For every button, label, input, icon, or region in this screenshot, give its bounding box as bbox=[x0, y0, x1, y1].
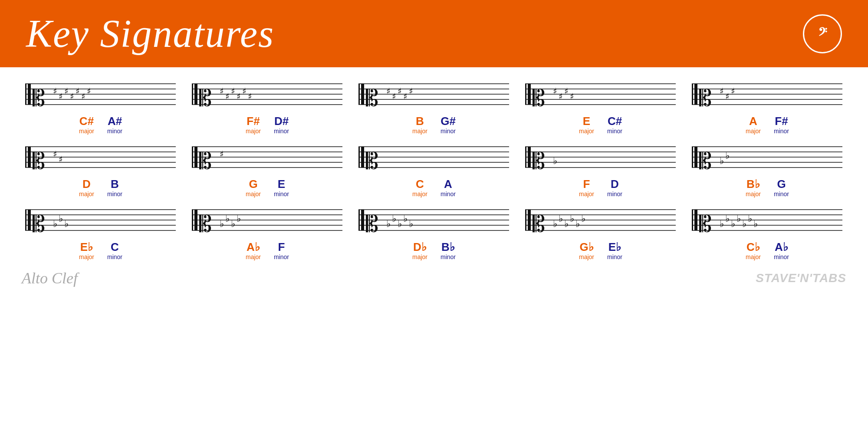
svg-text:♯: ♯ bbox=[559, 92, 563, 101]
key-item: 𝄡♯♯♯♯♯♯♯ C# major A# minor bbox=[22, 76, 180, 135]
major-key-type: major bbox=[246, 191, 261, 197]
staff-notation: 𝄡♯♯♯♯ bbox=[522, 76, 680, 113]
minor-key-label: G# minor bbox=[441, 115, 456, 135]
svg-text:♯: ♯ bbox=[70, 92, 74, 101]
svg-text:♯: ♯ bbox=[59, 92, 63, 101]
major-key-name: D♭ bbox=[412, 241, 427, 253]
major-key-name: B♭ bbox=[746, 178, 761, 190]
major-key-label: F# major bbox=[246, 115, 261, 135]
minor-key-name: C# bbox=[607, 115, 622, 127]
major-key-name: B bbox=[412, 115, 427, 127]
major-key-label: E♭ major bbox=[79, 241, 94, 260]
major-key-type: major bbox=[579, 128, 594, 135]
svg-text:♭: ♭ bbox=[403, 213, 408, 224]
svg-text:♯: ♯ bbox=[731, 86, 735, 96]
svg-text:𝄢: 𝄢 bbox=[818, 26, 827, 41]
svg-text:𝄡: 𝄡 bbox=[533, 212, 545, 237]
minor-key-label: E♭ minor bbox=[607, 241, 622, 260]
minor-key-type: minor bbox=[274, 253, 289, 260]
major-key-type: major bbox=[412, 191, 427, 197]
key-labels: E major C# minor bbox=[579, 115, 622, 135]
svg-text:♭: ♭ bbox=[725, 150, 730, 161]
staff-notation: 𝄡♯♯♯ bbox=[688, 76, 846, 113]
minor-key-type: minor bbox=[774, 191, 789, 197]
major-key-type: major bbox=[746, 128, 761, 135]
svg-text:♭: ♭ bbox=[731, 218, 735, 229]
key-labels: F major D minor bbox=[579, 178, 622, 197]
main-content: 𝄡♯♯♯♯♯♯♯ C# major A# minor 𝄡♯♯♯♯♯♯ F# ma… bbox=[0, 67, 868, 265]
svg-text:𝄡: 𝄡 bbox=[699, 149, 712, 174]
minor-key-label: A# minor bbox=[107, 115, 122, 135]
minor-key-name: G# bbox=[441, 115, 456, 127]
key-item: 𝄡♭♭♭♭♭♭ G♭ major E♭ minor bbox=[522, 202, 680, 260]
svg-text:♭: ♭ bbox=[237, 213, 241, 224]
key-item: 𝄡♯♯♯♯♯ B major G# minor bbox=[355, 76, 513, 135]
major-key-label: B major bbox=[412, 115, 427, 135]
svg-text:♯: ♯ bbox=[248, 92, 252, 101]
key-labels: G♭ major E♭ minor bbox=[579, 241, 622, 260]
major-key-name: D bbox=[79, 178, 94, 190]
logo: 𝄢 bbox=[803, 14, 842, 53]
minor-key-label: C minor bbox=[107, 241, 122, 260]
minor-key-type: minor bbox=[441, 191, 456, 197]
svg-text:♭: ♭ bbox=[225, 213, 230, 224]
staff-notation: 𝄡♯♯ bbox=[22, 139, 180, 176]
major-key-name: A bbox=[746, 115, 761, 127]
svg-text:♯: ♯ bbox=[564, 86, 569, 96]
svg-text:♯: ♯ bbox=[409, 86, 413, 96]
svg-text:𝄡: 𝄡 bbox=[199, 212, 212, 237]
svg-text:𝄡: 𝄡 bbox=[366, 212, 378, 237]
minor-key-name: A# bbox=[107, 115, 122, 127]
minor-key-type: minor bbox=[107, 191, 122, 197]
minor-key-type: minor bbox=[274, 128, 289, 135]
major-key-name: F# bbox=[246, 115, 261, 127]
major-key-label: F major bbox=[579, 178, 594, 197]
svg-text:♯: ♯ bbox=[53, 149, 57, 159]
major-key-name: G♭ bbox=[579, 241, 594, 253]
svg-text:♯: ♯ bbox=[220, 86, 224, 96]
key-item: 𝄡♭♭♭ E♭ major C minor bbox=[22, 202, 180, 260]
key-labels: B♭ major G minor bbox=[746, 178, 789, 197]
staff-notation: 𝄡♯♯♯♯♯♯♯ bbox=[22, 76, 180, 113]
major-key-label: C♭ major bbox=[746, 241, 761, 260]
svg-text:♭: ♭ bbox=[553, 155, 557, 166]
svg-text:♯: ♯ bbox=[225, 92, 230, 101]
minor-key-name: B bbox=[107, 178, 122, 190]
svg-text:♭: ♭ bbox=[386, 218, 391, 229]
staff-notation: 𝄡♯♯♯♯♯♯ bbox=[188, 76, 346, 113]
minor-key-name: D bbox=[607, 178, 622, 190]
svg-text:𝄡: 𝄡 bbox=[199, 86, 212, 111]
minor-key-name: D# bbox=[274, 115, 289, 127]
staff-notation: 𝄡♭♭♭♭ bbox=[188, 202, 346, 239]
minor-key-label: F# minor bbox=[774, 115, 789, 135]
minor-key-type: minor bbox=[774, 128, 789, 135]
key-item: 𝄡♭♭♭♭♭♭♭ C♭ major A♭ minor bbox=[688, 202, 846, 260]
brand-label: STAVE'N'TABS bbox=[756, 271, 846, 285]
svg-text:𝄡: 𝄡 bbox=[33, 212, 45, 237]
minor-key-name: B♭ bbox=[441, 241, 456, 253]
key-labels: D major B minor bbox=[79, 178, 122, 197]
svg-text:♯: ♯ bbox=[398, 86, 402, 96]
svg-text:♭: ♭ bbox=[64, 218, 69, 229]
major-key-type: major bbox=[79, 253, 94, 260]
staff-notation: 𝄡♭♭ bbox=[688, 139, 846, 176]
key-item: 𝄡 C major A minor bbox=[355, 139, 513, 197]
major-key-label: G♭ major bbox=[579, 241, 594, 260]
svg-text:♭: ♭ bbox=[231, 218, 235, 229]
svg-text:♯: ♯ bbox=[231, 86, 235, 96]
svg-text:𝄡: 𝄡 bbox=[533, 86, 545, 111]
key-item: 𝄡♯♯♯♯ E major C# minor bbox=[522, 76, 680, 135]
minor-key-type: minor bbox=[107, 253, 122, 260]
clef-label: Alto Clef bbox=[22, 269, 78, 287]
minor-key-name: A bbox=[441, 178, 456, 190]
key-item: 𝄡♭♭♭♭ A♭ major F minor bbox=[188, 202, 346, 260]
staff-notation: 𝄡 bbox=[355, 139, 513, 176]
svg-text:𝄡: 𝄡 bbox=[366, 149, 378, 174]
staff-notation: 𝄡♭♭♭♭♭♭♭ bbox=[688, 202, 846, 239]
major-key-label: E major bbox=[579, 115, 594, 135]
svg-text:♯: ♯ bbox=[220, 149, 224, 159]
svg-text:♯: ♯ bbox=[570, 92, 574, 101]
svg-text:𝄡: 𝄡 bbox=[33, 86, 45, 111]
svg-text:♯: ♯ bbox=[87, 86, 91, 96]
major-key-name: E bbox=[579, 115, 594, 127]
